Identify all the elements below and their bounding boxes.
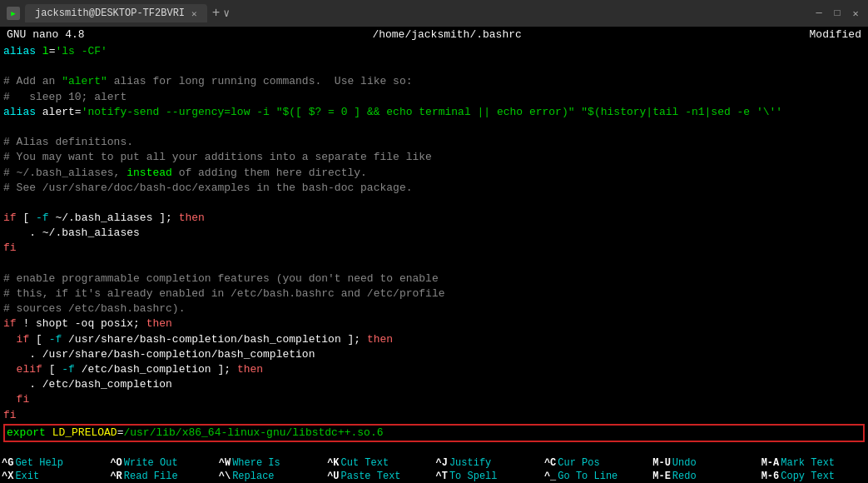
shortcut-replace[interactable]: ^\ Replace xyxy=(217,470,325,483)
shortcut-where-is[interactable]: ^W Where Is xyxy=(217,456,325,470)
key-get-help: ^G xyxy=(2,457,13,469)
key-mark-text: M-A xyxy=(761,457,780,469)
editor-line xyxy=(3,196,865,211)
key-write-out: ^O xyxy=(110,457,122,469)
shortcut-exit[interactable]: ^X Exit xyxy=(0,470,108,483)
label-where-is: Where Is xyxy=(232,457,280,469)
key-redo: M-E xyxy=(652,471,671,482)
nano-version: GNU nano 4.8 xyxy=(7,28,85,41)
editor-line: # Add an "alert" alias for long running … xyxy=(3,74,865,89)
key-justify: ^J xyxy=(436,457,448,469)
editor-line: if [ -f ~/.bash_aliases ]; then xyxy=(3,211,865,226)
shortcut-mark-text[interactable]: M-A Mark Text xyxy=(760,456,868,470)
shortcut-to-spell[interactable]: ^T To Spell xyxy=(434,470,543,483)
label-to-spell: To Spell xyxy=(449,471,498,482)
label-exit: Exit xyxy=(15,471,39,482)
label-get-help: Get Help xyxy=(15,457,63,469)
key-cur-pos: ^C xyxy=(544,457,556,469)
shortcut-redo[interactable]: M-E Redo xyxy=(651,470,759,483)
shortcut-cut-text[interactable]: ^K Cut Text xyxy=(325,456,434,470)
file-path: /home/jacksmith/.bashrc xyxy=(372,28,521,41)
maximize-button[interactable]: □ xyxy=(831,7,843,19)
shortcut-write-out[interactable]: ^O Write Out xyxy=(108,456,216,470)
nano-header: GNU nano 4.8 /home/jacksmith/.bashrc Mod… xyxy=(0,27,868,42)
chevron-icon[interactable]: ∨ xyxy=(223,7,230,20)
editor-line: if [ -f /usr/share/bash-completion/bash_… xyxy=(3,332,865,347)
key-paste-text: ^U xyxy=(327,471,339,482)
key-copy-text: M-6 xyxy=(761,471,780,482)
editor-line: elif [ -f /etc/bash_completion ]; then xyxy=(3,362,865,377)
key-to-spell: ^T xyxy=(436,471,448,482)
label-justify: Justify xyxy=(449,457,491,469)
shortcut-undo[interactable]: M-U Undo xyxy=(651,456,759,470)
minimize-button[interactable]: — xyxy=(813,7,825,19)
label-go-to-line: Go To Line xyxy=(558,471,618,482)
new-tab-button[interactable]: + xyxy=(212,6,221,21)
editor-line xyxy=(3,59,865,74)
editor-line: # See /usr/share/doc/bash-doc/examples i… xyxy=(3,181,865,196)
key-exit: ^X xyxy=(2,471,13,482)
editor-line: alias l='ls -CF' xyxy=(3,44,865,59)
key-cut-text: ^K xyxy=(327,457,339,469)
editor-line xyxy=(3,256,865,271)
label-write-out: Write Out xyxy=(124,457,178,469)
editor-line: . /etc/bash_completion xyxy=(3,377,865,392)
label-paste-text: Paste Text xyxy=(341,471,401,482)
editor-line: alias alert='notify-send --urgency=low -… xyxy=(3,105,865,120)
key-go-to-line: ^_ xyxy=(544,471,556,482)
editor-line: # sources /etc/bash.bashrc). xyxy=(3,301,865,316)
shortcut-row-1: ^G Get Help ^O Write Out ^W Where Is ^K … xyxy=(0,456,868,470)
terminal-icon: ▶ xyxy=(7,7,20,20)
shortcut-read-file[interactable]: ^R Read File xyxy=(108,470,216,483)
editor-line: # this, if it's already enabled in /etc/… xyxy=(3,286,865,301)
label-read-file: Read File xyxy=(124,471,178,482)
shortcut-go-to-line[interactable]: ^_ Go To Line xyxy=(543,470,651,483)
editor-line: # You may want to put all your additions… xyxy=(3,150,865,165)
editor-line: # enable programmable completion feature… xyxy=(3,271,865,286)
titlebar: ▶ jacksmith@DESKTOP-TF2BVRI ✕ + ∨ — □ ✕ xyxy=(0,0,868,27)
label-mark-text: Mark Text xyxy=(781,457,835,469)
shortcut-row-2: ^X Exit ^R Read File ^\ Replace ^U Paste… xyxy=(0,470,868,483)
key-where-is: ^W xyxy=(219,457,231,469)
shortcut-get-help[interactable]: ^G Get Help xyxy=(0,456,108,470)
modified-status: Modified xyxy=(810,28,861,41)
terminal-tab[interactable]: jacksmith@DESKTOP-TF2BVRI ✕ xyxy=(25,4,207,22)
shortcut-paste-text[interactable]: ^U Paste Text xyxy=(325,470,434,483)
editor-line: fi xyxy=(3,241,865,256)
label-redo: Redo xyxy=(672,471,697,482)
label-replace: Replace xyxy=(232,471,274,482)
close-button[interactable]: ✕ xyxy=(850,7,861,19)
editor-area[interactable]: alias l='ls -CF' # Add an "alert" alias … xyxy=(0,42,868,456)
tab-label: jacksmith@DESKTOP-TF2BVRI xyxy=(35,7,185,19)
label-copy-text: Copy Text xyxy=(781,471,835,482)
window-controls: — □ ✕ xyxy=(813,7,861,19)
editor-line: # Alias definitions. xyxy=(3,135,865,150)
key-replace: ^\ xyxy=(219,471,231,482)
editor-line: # ~/.bash_aliases, instead of adding the… xyxy=(3,166,865,181)
editor-line: # sleep 10; alert xyxy=(3,90,865,105)
editor-line: if ! shopt -oq posix; then xyxy=(3,316,865,331)
shortcut-copy-text[interactable]: M-6 Copy Text xyxy=(760,470,868,483)
shortcut-bar: ^G Get Help ^O Write Out ^W Where Is ^K … xyxy=(0,456,868,483)
label-undo: Undo xyxy=(672,457,697,469)
editor-line: fi xyxy=(3,408,865,423)
editor-line xyxy=(3,120,865,135)
editor-line: . ~/.bash_aliases xyxy=(3,226,865,241)
key-undo: M-U xyxy=(652,457,671,469)
editor-line: . /usr/share/bash-completion/bash_comple… xyxy=(3,347,865,362)
key-read-file: ^R xyxy=(110,471,122,482)
highlighted-line: export LD_PRELOAD=/usr/lib/x86_64-linux-… xyxy=(3,424,865,442)
shortcut-justify[interactable]: ^J Justify xyxy=(434,456,543,470)
label-cur-pos: Cur Pos xyxy=(558,457,599,469)
editor-line: fi xyxy=(3,392,865,407)
label-cut-text: Cut Text xyxy=(341,457,389,469)
shortcut-cur-pos[interactable]: ^C Cur Pos xyxy=(543,456,651,470)
tab-close-icon[interactable]: ✕ xyxy=(191,8,197,19)
